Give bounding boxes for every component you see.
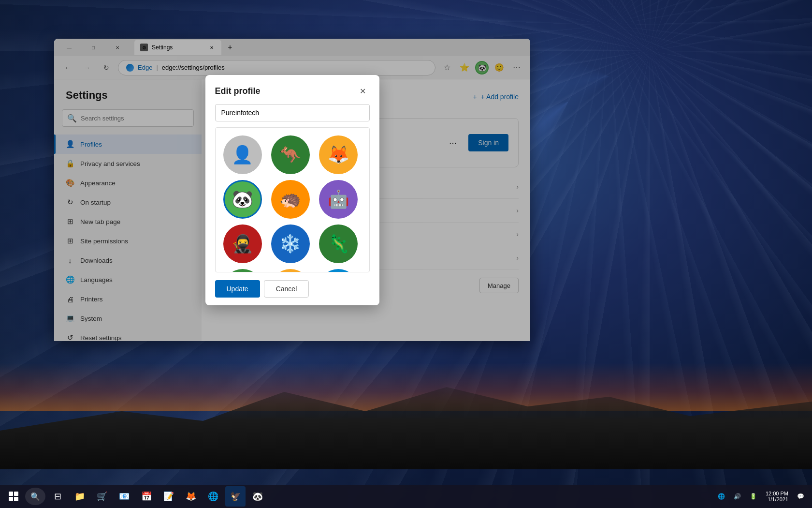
cancel-button[interactable]: Cancel: [264, 280, 309, 298]
start-icon: [9, 492, 18, 501]
blank-avatar-icon: 👤: [232, 145, 253, 165]
avatar-panda[interactable]: 🐼: [223, 180, 262, 219]
date-text: 1/1/2021: [768, 496, 788, 502]
notifications-button[interactable]: 💬: [793, 486, 808, 507]
avatar-robot[interactable]: 🤖: [319, 180, 358, 219]
dialog-header: Edit profile ✕: [205, 75, 379, 104]
ninja-avatar-icon: 🥷: [232, 234, 253, 254]
volume-button[interactable]: 🔊: [730, 486, 745, 507]
avatar-bubble[interactable]: 💧: [319, 269, 358, 272]
mail-button[interactable]: 📧: [114, 486, 134, 507]
time-text: 12:00 PM: [766, 491, 788, 496]
taskbar: 🔍 ⊟ 📁 🛒 📧 📅 📝 🦊 🌐 🦅 🐼 🌐 🔊 🔋 12:00 PM 1/1…: [0, 485, 812, 508]
dino-avatar-icon: 🦎: [328, 234, 349, 254]
start-button[interactable]: [4, 487, 23, 506]
kangaroo-avatar-icon: 🦘: [279, 145, 301, 165]
taskbar-search-button[interactable]: 🔍: [25, 488, 45, 505]
update-button[interactable]: Update: [215, 280, 260, 298]
avatar-ninja[interactable]: 🥷: [223, 224, 262, 263]
fox-avatar-icon: 🦊: [328, 145, 349, 165]
taskbar-right-section: 🌐 🔊 🔋 12:00 PM 1/1/2021 💬: [714, 486, 808, 507]
dialog-title: Edit profile: [215, 86, 261, 96]
avatar-dino[interactable]: 🦎: [319, 224, 358, 263]
robot-avatar-icon: 🤖: [328, 189, 349, 209]
panda-avatar-icon: 🐼: [232, 189, 253, 209]
dialog-footer: Update Cancel: [205, 272, 379, 305]
firefox-button[interactable]: 🦊: [181, 486, 201, 507]
panda-taskbar-button[interactable]: 🐼: [247, 486, 268, 507]
clock-display[interactable]: 12:00 PM 1/1/2021: [762, 491, 792, 502]
avatar-hedgehog[interactable]: 🦔: [271, 180, 310, 219]
battery-button[interactable]: 🔋: [746, 486, 761, 507]
dialog-overlay: Edit profile ✕ 👤 🦘 🦊: [54, 39, 530, 341]
avatar-fox[interactable]: 🦊: [319, 135, 358, 174]
chrome-button[interactable]: 🌐: [203, 486, 223, 507]
dialog-close-button[interactable]: ✕: [356, 85, 370, 98]
hedgehog-avatar-icon: 🦔: [279, 189, 301, 209]
avatar-chick[interactable]: 🐥: [271, 269, 310, 272]
avatar-blank[interactable]: 👤: [223, 135, 262, 174]
store-button[interactable]: 🛒: [92, 486, 112, 507]
file-explorer-button[interactable]: 📁: [70, 486, 90, 507]
avatar-yeti[interactable]: ❄️: [271, 224, 310, 263]
avatar-scroll-area[interactable]: 👤 🦘 🦊 🐼 🦔 🤖: [215, 127, 370, 272]
avatar-grid: 👤 🦘 🦊 🐼 🦔 🤖: [216, 128, 369, 272]
word-button[interactable]: 📝: [159, 486, 179, 507]
edit-profile-dialog: Edit profile ✕ 👤 🦘 🦊: [205, 75, 379, 305]
edge-taskbar-button[interactable]: 🦅: [225, 486, 246, 507]
task-view-button[interactable]: ⊟: [47, 486, 68, 507]
avatar-kangaroo[interactable]: 🦘: [271, 135, 310, 174]
network-button[interactable]: 🌐: [714, 486, 729, 507]
yeti-avatar-icon: ❄️: [279, 234, 301, 254]
profile-name-input[interactable]: [215, 104, 370, 121]
avatar-caterpillar[interactable]: 🐛: [223, 269, 262, 272]
browser-window: — □ ✕ ⚙ Settings ✕ + ← → ↻ Edge | edge:/…: [54, 39, 530, 341]
calendar-button[interactable]: 📅: [136, 486, 157, 507]
